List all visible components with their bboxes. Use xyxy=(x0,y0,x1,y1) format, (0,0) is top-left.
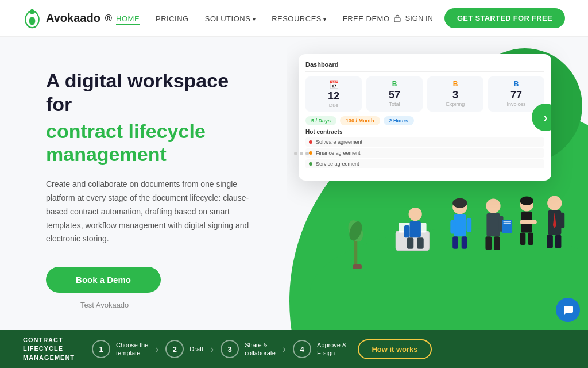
step-4: 4 Approve &E-sign xyxy=(293,340,346,358)
nav-link-free-demo[interactable]: FREE DEMO xyxy=(343,14,390,23)
sign-in-link[interactable]: SIGN IN xyxy=(393,14,432,22)
avocado-icon xyxy=(23,8,41,29)
stat-due-label: Due xyxy=(311,102,356,108)
dashboard-badges: 5 / Days 130 / Month 2 Hours xyxy=(305,116,544,125)
contract-name-2: Finance agreement xyxy=(316,150,361,156)
nav-right: SIGN IN GET STARTED FOR FREE xyxy=(393,8,565,28)
lock-icon xyxy=(393,14,401,22)
hero-right: Dashboard 📅 12 Due B 57 Total B 3 Expiri… xyxy=(287,37,588,330)
svg-rect-42 xyxy=(520,220,537,224)
svg-point-23 xyxy=(486,198,500,213)
contract-row-1: Software agreement xyxy=(305,137,544,147)
hero-left: A digital workspace for contract lifecyc… xyxy=(0,37,287,330)
stat-total-label: Total xyxy=(372,101,417,107)
svg-point-32 xyxy=(520,197,533,206)
contract-name-3: Service agreement xyxy=(316,161,359,167)
svg-rect-38 xyxy=(547,235,553,248)
step-1: 1 Choose thetemplate xyxy=(92,340,148,358)
chat-icon xyxy=(562,304,574,316)
contract-row-2: Finance agreement xyxy=(305,148,544,158)
svg-point-1 xyxy=(29,17,36,25)
nav-item-pricing[interactable]: PRICING xyxy=(156,13,189,24)
hot-contracts-title: Hot contracts xyxy=(305,129,544,135)
svg-point-17 xyxy=(452,198,467,208)
nav-links: HOME PRICING SOLUTIONS RESOURCES FREE DE… xyxy=(116,13,390,24)
book-demo-button[interactable]: Book a Demo xyxy=(46,267,161,293)
svg-rect-30 xyxy=(504,223,512,224)
contract-name-1: Software agreement xyxy=(316,139,362,145)
svg-rect-18 xyxy=(454,214,466,237)
stat-due-num: 12 xyxy=(311,90,356,102)
stat-expiring-num: 3 xyxy=(433,89,478,101)
navbar: Avokaado® HOME PRICING SOLUTIONS RESOURC… xyxy=(0,0,588,37)
svg-rect-21 xyxy=(450,220,455,233)
svg-point-36 xyxy=(547,196,562,210)
nav-item-resources[interactable]: RESOURCES xyxy=(272,13,327,24)
get-started-button[interactable]: GET STARTED FOR FREE xyxy=(444,8,565,28)
svg-rect-39 xyxy=(555,235,562,248)
step-4-text: Approve &E-sign xyxy=(317,341,346,358)
svg-rect-24 xyxy=(486,213,500,237)
nav-item-free-demo[interactable]: FREE DEMO xyxy=(343,13,390,24)
stat-total-num: 57 xyxy=(372,89,417,101)
dashboard-arrow-button[interactable]: › xyxy=(532,103,551,131)
bottom-bar: CONTRACTLIFECYCLEMANAGEMENT 1 Choose the… xyxy=(0,330,588,368)
step-2-circle: 2 xyxy=(165,340,184,358)
svg-rect-15 xyxy=(404,225,410,237)
svg-rect-8 xyxy=(353,264,362,269)
badge-month: 130 / Month xyxy=(340,116,380,125)
step-3: 3 Share &collaborate xyxy=(220,340,276,358)
stat-invoices: B 77 Invoices xyxy=(488,76,544,112)
step-4-circle: 4 xyxy=(293,340,311,358)
step-1-circle: 1 xyxy=(92,340,110,358)
step-arrow-2: › xyxy=(210,343,214,355)
stat-invoices-label: Invoices xyxy=(494,101,539,107)
svg-rect-40 xyxy=(560,213,564,228)
svg-point-11 xyxy=(409,208,422,221)
badge-hours: 2 Hours xyxy=(384,116,415,125)
step-3-circle: 3 xyxy=(220,340,239,358)
svg-rect-29 xyxy=(504,221,512,222)
how-it-works-button[interactable]: How it works xyxy=(358,339,431,359)
dot-red xyxy=(309,140,312,144)
badge-days: 5 / Days xyxy=(305,116,336,125)
chat-bubble-button[interactable] xyxy=(556,298,580,322)
step-3-text: Share &collaborate xyxy=(245,341,276,358)
sign-in-label: SIGN IN xyxy=(405,14,432,22)
logo[interactable]: Avokaado® xyxy=(23,8,112,29)
stat-invoices-num: 77 xyxy=(494,89,539,101)
stat-total: B 57 Total xyxy=(366,76,423,112)
hero-description: Create and collaborate on documents from… xyxy=(46,178,253,246)
svg-rect-25 xyxy=(485,236,492,250)
step-1-text: Choose thetemplate xyxy=(116,341,148,358)
svg-rect-3 xyxy=(394,18,400,22)
stat-expiring-label: Expiring xyxy=(433,101,478,107)
dot-orange xyxy=(309,151,312,155)
dashboard-title: Dashboard xyxy=(305,61,544,72)
test-avokaado-link[interactable]: Test Avokaado xyxy=(80,301,258,309)
svg-rect-20 xyxy=(462,236,467,248)
step-2: 2 Draft xyxy=(165,340,203,358)
dashboard-stats: 📅 12 Due B 57 Total B 3 Expiring B 77 xyxy=(305,76,544,112)
svg-rect-26 xyxy=(494,236,500,250)
nav-item-solutions[interactable]: SOLUTIONS xyxy=(205,13,256,24)
steps-container: 1 Choose thetemplate › 2 Draft › 3 Share… xyxy=(92,339,565,359)
dot-green-indicator xyxy=(309,162,312,166)
nav-link-resources[interactable]: RESOURCES xyxy=(272,14,327,23)
clm-title: CONTRACTLIFECYCLEMANAGEMENT xyxy=(23,336,75,362)
nav-item-home[interactable]: HOME xyxy=(116,13,140,24)
svg-rect-35 xyxy=(528,233,533,245)
three-dots xyxy=(294,152,309,155)
nav-link-solutions[interactable]: SOLUTIONS xyxy=(205,14,256,23)
svg-rect-34 xyxy=(520,233,526,245)
hero-title-black: A digital workspace for xyxy=(46,69,258,116)
dashboard-mockup: Dashboard 📅 12 Due B 57 Total B 3 Expiri… xyxy=(299,54,551,181)
svg-rect-19 xyxy=(452,236,458,248)
nav-link-home[interactable]: HOME xyxy=(116,14,140,25)
svg-rect-12 xyxy=(409,221,420,237)
nav-link-pricing[interactable]: PRICING xyxy=(156,14,189,23)
contract-row-3: Service agreement xyxy=(305,159,544,168)
svg-point-2 xyxy=(30,9,34,14)
stat-expiring: B 3 Expiring xyxy=(427,76,483,112)
contracts-list: Software agreement Finance agreement Ser… xyxy=(305,137,544,168)
